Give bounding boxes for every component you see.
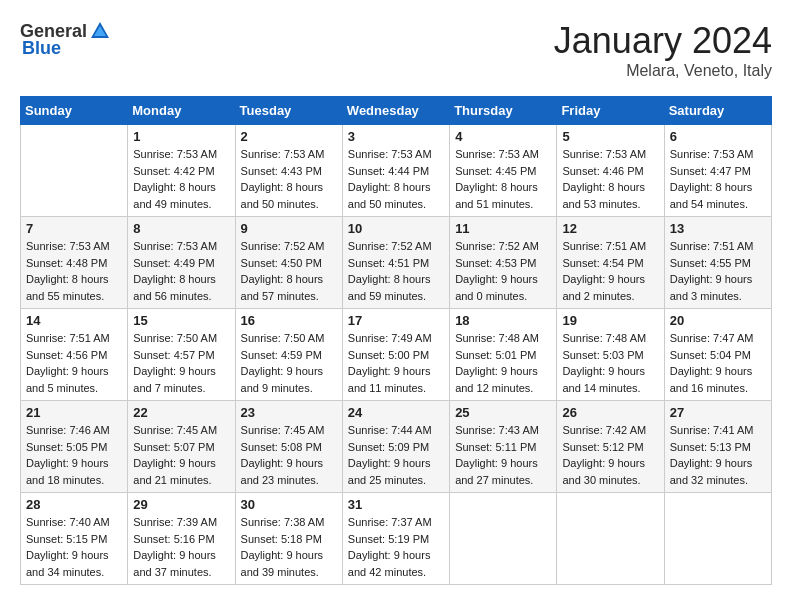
- day-number: 29: [133, 497, 229, 512]
- day-info: Sunrise: 7:51 AMSunset: 4:54 PMDaylight:…: [562, 238, 658, 304]
- day-info: Sunrise: 7:50 AMSunset: 4:57 PMDaylight:…: [133, 330, 229, 396]
- logo-blue-text: Blue: [22, 38, 61, 59]
- day-number: 16: [241, 313, 337, 328]
- week-row-2: 7 Sunrise: 7:53 AMSunset: 4:48 PMDayligh…: [21, 217, 772, 309]
- calendar-cell: 26 Sunrise: 7:42 AMSunset: 5:12 PMDaylig…: [557, 401, 664, 493]
- calendar-cell: 25 Sunrise: 7:43 AMSunset: 5:11 PMDaylig…: [450, 401, 557, 493]
- calendar-cell: 5 Sunrise: 7:53 AMSunset: 4:46 PMDayligh…: [557, 125, 664, 217]
- location-text: Melara, Veneto, Italy: [554, 62, 772, 80]
- header-day-monday: Monday: [128, 97, 235, 125]
- day-info: Sunrise: 7:48 AMSunset: 5:01 PMDaylight:…: [455, 330, 551, 396]
- calendar-cell: 20 Sunrise: 7:47 AMSunset: 5:04 PMDaylig…: [664, 309, 771, 401]
- day-info: Sunrise: 7:44 AMSunset: 5:09 PMDaylight:…: [348, 422, 444, 488]
- calendar-cell: 23 Sunrise: 7:45 AMSunset: 5:08 PMDaylig…: [235, 401, 342, 493]
- week-row-1: 1 Sunrise: 7:53 AMSunset: 4:42 PMDayligh…: [21, 125, 772, 217]
- logo: General Blue: [20, 20, 111, 59]
- day-number: 2: [241, 129, 337, 144]
- calendar-table: SundayMondayTuesdayWednesdayThursdayFrid…: [20, 96, 772, 585]
- calendar-cell: 21 Sunrise: 7:46 AMSunset: 5:05 PMDaylig…: [21, 401, 128, 493]
- day-info: Sunrise: 7:43 AMSunset: 5:11 PMDaylight:…: [455, 422, 551, 488]
- day-number: 10: [348, 221, 444, 236]
- day-info: Sunrise: 7:52 AMSunset: 4:53 PMDaylight:…: [455, 238, 551, 304]
- calendar-cell: 13 Sunrise: 7:51 AMSunset: 4:55 PMDaylig…: [664, 217, 771, 309]
- header-day-sunday: Sunday: [21, 97, 128, 125]
- day-info: Sunrise: 7:53 AMSunset: 4:44 PMDaylight:…: [348, 146, 444, 212]
- calendar-cell: [450, 493, 557, 585]
- calendar-cell: 19 Sunrise: 7:48 AMSunset: 5:03 PMDaylig…: [557, 309, 664, 401]
- calendar-cell: 8 Sunrise: 7:53 AMSunset: 4:49 PMDayligh…: [128, 217, 235, 309]
- day-number: 28: [26, 497, 122, 512]
- day-info: Sunrise: 7:39 AMSunset: 5:16 PMDaylight:…: [133, 514, 229, 580]
- header-row: SundayMondayTuesdayWednesdayThursdayFrid…: [21, 97, 772, 125]
- day-info: Sunrise: 7:51 AMSunset: 4:56 PMDaylight:…: [26, 330, 122, 396]
- day-info: Sunrise: 7:53 AMSunset: 4:45 PMDaylight:…: [455, 146, 551, 212]
- calendar-cell: 15 Sunrise: 7:50 AMSunset: 4:57 PMDaylig…: [128, 309, 235, 401]
- calendar-cell: 17 Sunrise: 7:49 AMSunset: 5:00 PMDaylig…: [342, 309, 449, 401]
- day-number: 19: [562, 313, 658, 328]
- header-day-wednesday: Wednesday: [342, 97, 449, 125]
- logo-icon: [89, 20, 111, 42]
- calendar-cell: 30 Sunrise: 7:38 AMSunset: 5:18 PMDaylig…: [235, 493, 342, 585]
- calendar-cell: 22 Sunrise: 7:45 AMSunset: 5:07 PMDaylig…: [128, 401, 235, 493]
- calendar-cell: [21, 125, 128, 217]
- day-number: 23: [241, 405, 337, 420]
- day-number: 11: [455, 221, 551, 236]
- day-info: Sunrise: 7:53 AMSunset: 4:48 PMDaylight:…: [26, 238, 122, 304]
- calendar-cell: 14 Sunrise: 7:51 AMSunset: 4:56 PMDaylig…: [21, 309, 128, 401]
- day-info: Sunrise: 7:53 AMSunset: 4:47 PMDaylight:…: [670, 146, 766, 212]
- day-number: 21: [26, 405, 122, 420]
- day-info: Sunrise: 7:53 AMSunset: 4:43 PMDaylight:…: [241, 146, 337, 212]
- calendar-cell: 29 Sunrise: 7:39 AMSunset: 5:16 PMDaylig…: [128, 493, 235, 585]
- day-number: 17: [348, 313, 444, 328]
- day-info: Sunrise: 7:51 AMSunset: 4:55 PMDaylight:…: [670, 238, 766, 304]
- calendar-cell: 3 Sunrise: 7:53 AMSunset: 4:44 PMDayligh…: [342, 125, 449, 217]
- page-header: General Blue January 2024 Melara, Veneto…: [20, 20, 772, 80]
- day-number: 13: [670, 221, 766, 236]
- day-number: 26: [562, 405, 658, 420]
- calendar-cell: 18 Sunrise: 7:48 AMSunset: 5:01 PMDaylig…: [450, 309, 557, 401]
- calendar-cell: 4 Sunrise: 7:53 AMSunset: 4:45 PMDayligh…: [450, 125, 557, 217]
- day-info: Sunrise: 7:53 AMSunset: 4:42 PMDaylight:…: [133, 146, 229, 212]
- day-info: Sunrise: 7:53 AMSunset: 4:49 PMDaylight:…: [133, 238, 229, 304]
- day-number: 30: [241, 497, 337, 512]
- day-number: 14: [26, 313, 122, 328]
- day-number: 18: [455, 313, 551, 328]
- day-number: 20: [670, 313, 766, 328]
- calendar-cell: 28 Sunrise: 7:40 AMSunset: 5:15 PMDaylig…: [21, 493, 128, 585]
- day-info: Sunrise: 7:41 AMSunset: 5:13 PMDaylight:…: [670, 422, 766, 488]
- calendar-cell: 2 Sunrise: 7:53 AMSunset: 4:43 PMDayligh…: [235, 125, 342, 217]
- day-info: Sunrise: 7:52 AMSunset: 4:51 PMDaylight:…: [348, 238, 444, 304]
- calendar-cell: 16 Sunrise: 7:50 AMSunset: 4:59 PMDaylig…: [235, 309, 342, 401]
- day-number: 24: [348, 405, 444, 420]
- header-day-saturday: Saturday: [664, 97, 771, 125]
- day-info: Sunrise: 7:40 AMSunset: 5:15 PMDaylight:…: [26, 514, 122, 580]
- title-block: January 2024 Melara, Veneto, Italy: [554, 20, 772, 80]
- calendar-cell: 27 Sunrise: 7:41 AMSunset: 5:13 PMDaylig…: [664, 401, 771, 493]
- calendar-cell: [557, 493, 664, 585]
- header-day-thursday: Thursday: [450, 97, 557, 125]
- month-title: January 2024: [554, 20, 772, 62]
- day-info: Sunrise: 7:50 AMSunset: 4:59 PMDaylight:…: [241, 330, 337, 396]
- day-info: Sunrise: 7:52 AMSunset: 4:50 PMDaylight:…: [241, 238, 337, 304]
- day-info: Sunrise: 7:48 AMSunset: 5:03 PMDaylight:…: [562, 330, 658, 396]
- day-number: 3: [348, 129, 444, 144]
- week-row-4: 21 Sunrise: 7:46 AMSunset: 5:05 PMDaylig…: [21, 401, 772, 493]
- day-info: Sunrise: 7:45 AMSunset: 5:07 PMDaylight:…: [133, 422, 229, 488]
- header-day-friday: Friday: [557, 97, 664, 125]
- day-info: Sunrise: 7:49 AMSunset: 5:00 PMDaylight:…: [348, 330, 444, 396]
- calendar-cell: 10 Sunrise: 7:52 AMSunset: 4:51 PMDaylig…: [342, 217, 449, 309]
- calendar-cell: 7 Sunrise: 7:53 AMSunset: 4:48 PMDayligh…: [21, 217, 128, 309]
- day-number: 6: [670, 129, 766, 144]
- day-info: Sunrise: 7:53 AMSunset: 4:46 PMDaylight:…: [562, 146, 658, 212]
- calendar-cell: 9 Sunrise: 7:52 AMSunset: 4:50 PMDayligh…: [235, 217, 342, 309]
- week-row-3: 14 Sunrise: 7:51 AMSunset: 4:56 PMDaylig…: [21, 309, 772, 401]
- day-number: 31: [348, 497, 444, 512]
- day-number: 5: [562, 129, 658, 144]
- day-number: 8: [133, 221, 229, 236]
- calendar-cell: 31 Sunrise: 7:37 AMSunset: 5:19 PMDaylig…: [342, 493, 449, 585]
- calendar-cell: 11 Sunrise: 7:52 AMSunset: 4:53 PMDaylig…: [450, 217, 557, 309]
- calendar-cell: 1 Sunrise: 7:53 AMSunset: 4:42 PMDayligh…: [128, 125, 235, 217]
- day-number: 1: [133, 129, 229, 144]
- day-info: Sunrise: 7:47 AMSunset: 5:04 PMDaylight:…: [670, 330, 766, 396]
- calendar-cell: 12 Sunrise: 7:51 AMSunset: 4:54 PMDaylig…: [557, 217, 664, 309]
